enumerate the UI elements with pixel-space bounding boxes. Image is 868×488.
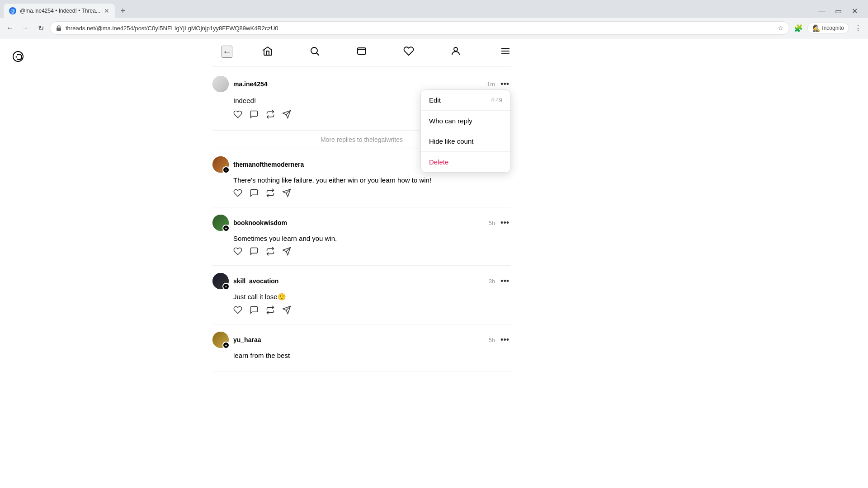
reply-share-button-1[interactable] bbox=[282, 188, 291, 200]
share-icon bbox=[282, 110, 291, 119]
incognito-icon: 🕵 bbox=[812, 24, 820, 32]
repost-button[interactable] bbox=[266, 110, 275, 121]
reply-more-button-3[interactable]: ••• bbox=[499, 277, 511, 286]
hide-like-count-label: Hide like count bbox=[429, 137, 473, 145]
like-button[interactable] bbox=[233, 110, 242, 121]
reply-repost-icon-1 bbox=[266, 188, 275, 197]
hamburger-menu-icon[interactable] bbox=[500, 46, 511, 59]
follow-badge-4[interactable]: + bbox=[222, 342, 230, 349]
page-layout: ← bbox=[0, 38, 868, 488]
post-time: 1m bbox=[487, 81, 495, 88]
svg-point-1 bbox=[15, 56, 17, 58]
reply-share-button-2[interactable] bbox=[282, 247, 291, 258]
who-can-reply-label: Who can reply bbox=[429, 117, 472, 125]
reply-user-3: + skill_avocation bbox=[212, 273, 278, 289]
extensions-button[interactable]: 🧩 bbox=[792, 22, 805, 34]
compose-icon bbox=[356, 46, 367, 56]
delete-menu-item[interactable]: Delete bbox=[421, 151, 510, 172]
reply-comment-button-2[interactable] bbox=[250, 247, 259, 258]
minimize-button[interactable]: — bbox=[816, 5, 828, 17]
reply-like-button-2[interactable] bbox=[233, 247, 242, 258]
reply-comment-button-1[interactable] bbox=[250, 188, 259, 200]
reply-repost-button-1[interactable] bbox=[266, 188, 275, 200]
edit-menu-item[interactable]: Edit 4:49 bbox=[421, 90, 510, 111]
address-bar[interactable]: threads.net/@ma.ine4254/post/C0yI5NELIgY… bbox=[50, 21, 789, 35]
svg-point-5 bbox=[454, 47, 458, 51]
reply-actions-3 bbox=[233, 305, 511, 317]
reply-like-button-3[interactable] bbox=[233, 305, 242, 317]
svg-rect-4 bbox=[358, 48, 366, 54]
edit-label: Edit bbox=[429, 96, 441, 104]
reply-repost-button-3[interactable] bbox=[266, 305, 275, 317]
post-meta: 1m ••• bbox=[487, 80, 511, 89]
main-post-username[interactable]: ma.ine4254 bbox=[233, 80, 268, 88]
search-icon bbox=[309, 46, 320, 56]
tab-favicon: @ bbox=[9, 7, 16, 14]
reply-user-4: + yu_haraa bbox=[212, 332, 261, 348]
active-tab[interactable]: @ @ma.ine4254 • Indeed! • Threa... ✕ bbox=[4, 4, 115, 18]
reply-repost-button-2[interactable] bbox=[266, 247, 275, 258]
reply-comment-icon-1 bbox=[250, 188, 259, 197]
reply-username-2[interactable]: booknookwisdom bbox=[233, 219, 287, 226]
reply-post-2: + booknookwisdom 5h ••• Sometimes you le… bbox=[212, 207, 511, 266]
reply-meta-4: 5h ••• bbox=[489, 335, 511, 345]
more-options-button[interactable]: ••• bbox=[499, 80, 511, 89]
share-button[interactable] bbox=[282, 110, 291, 121]
reply-comment-button-3[interactable] bbox=[250, 305, 259, 317]
reply-more-button-4[interactable]: ••• bbox=[499, 335, 511, 345]
reply-meta-3: 3h ••• bbox=[489, 277, 511, 286]
close-window-button[interactable]: ✕ bbox=[848, 5, 861, 17]
follow-badge-3[interactable]: + bbox=[222, 283, 230, 290]
reply-more-button-2[interactable]: ••• bbox=[499, 218, 511, 228]
back-nav-button[interactable]: ← bbox=[4, 22, 16, 34]
follow-badge-1[interactable]: + bbox=[222, 166, 230, 174]
back-button[interactable]: ← bbox=[222, 46, 232, 58]
reply-like-icon-2 bbox=[233, 247, 242, 256]
reply-like-icon-1 bbox=[233, 188, 242, 197]
reply-user-1: + themanofthemodernera bbox=[212, 156, 304, 173]
comment-button[interactable] bbox=[250, 110, 259, 121]
main-content: ← bbox=[203, 38, 520, 488]
compose-nav-icon[interactable] bbox=[356, 46, 367, 59]
heart-icon bbox=[403, 46, 414, 56]
threads-logo-icon bbox=[9, 47, 27, 66]
heart-nav-icon[interactable] bbox=[403, 46, 414, 59]
new-tab-button[interactable]: + bbox=[117, 5, 129, 17]
reply-username-3[interactable]: skill_avocation bbox=[233, 277, 278, 285]
profile-nav-icon[interactable] bbox=[450, 46, 461, 59]
reply-username-1[interactable]: themanofthemodernera bbox=[233, 161, 304, 168]
reload-button[interactable]: ↻ bbox=[34, 22, 47, 34]
svg-line-3 bbox=[317, 53, 319, 56]
reply-like-icon-3 bbox=[233, 305, 242, 314]
who-can-reply-menu-item[interactable]: Who can reply bbox=[421, 111, 510, 131]
tab-close-button[interactable]: ✕ bbox=[104, 7, 109, 14]
hide-like-count-menu-item[interactable]: Hide like count bbox=[421, 131, 510, 151]
reply-actions-2 bbox=[233, 247, 511, 258]
post-user: ma.ine4254 bbox=[212, 76, 268, 92]
reply-comment-icon-3 bbox=[250, 305, 259, 314]
incognito-button[interactable]: 🕵 Incognito bbox=[807, 23, 849, 33]
tab-title: @ma.ine4254 • Indeed! • Threa... bbox=[20, 8, 100, 14]
reply-text-4: learn from the best bbox=[233, 352, 511, 359]
right-rail bbox=[687, 38, 868, 488]
search-nav-icon[interactable] bbox=[309, 46, 320, 59]
forward-nav-button[interactable]: → bbox=[19, 22, 32, 34]
maximize-button[interactable]: ▭ bbox=[832, 5, 844, 17]
reply-comment-icon-2 bbox=[250, 247, 259, 256]
reply-repost-icon-3 bbox=[266, 305, 275, 314]
incognito-label: Incognito bbox=[822, 25, 844, 31]
reply-text-1: There's nothing like failure, you either… bbox=[233, 176, 511, 184]
reply-like-button-1[interactable] bbox=[233, 188, 242, 200]
reply-username-4[interactable]: yu_haraa bbox=[233, 336, 261, 343]
home-nav-icon[interactable] bbox=[262, 46, 273, 59]
reply-header-3: + skill_avocation 3h ••• bbox=[212, 273, 511, 289]
reply-share-button-3[interactable] bbox=[282, 305, 291, 317]
avatar-wrapper-2: + bbox=[212, 215, 229, 231]
reply-header-4: + yu_haraa 5h ••• bbox=[212, 332, 511, 348]
reply-share-icon-1 bbox=[282, 188, 291, 197]
bookmark-icon[interactable]: ☆ bbox=[778, 24, 783, 32]
home-icon bbox=[262, 46, 273, 56]
menu-dots-button[interactable]: ⋮ bbox=[852, 22, 864, 34]
lock-icon bbox=[56, 25, 62, 31]
follow-badge-2[interactable]: + bbox=[222, 225, 230, 232]
